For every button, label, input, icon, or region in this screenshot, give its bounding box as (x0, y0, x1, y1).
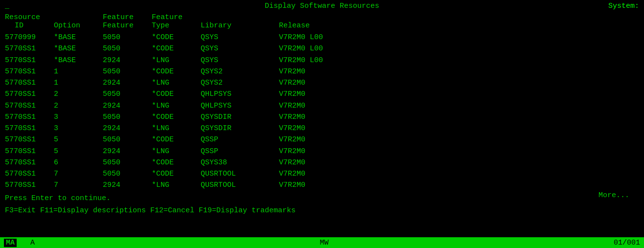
table-row: 5770SS1 *BASE 2924 *LNG QSYS V7R2M0 L00 (5, 55, 639, 66)
cell-release: V7R2M0 (279, 134, 367, 145)
cell-type: *LNG (152, 55, 201, 66)
cell-option: *BASE (54, 32, 103, 43)
cell-id: 5770SS1 (5, 180, 54, 191)
cell-type: *LNG (152, 123, 201, 134)
table-row: 5770SS1 5 5050 *CODE QSSP V7R2M0 (5, 134, 639, 145)
cell-feature: 5050 (103, 89, 152, 100)
cell-library: QSYSDIR (201, 123, 279, 134)
cell-library: QSYS2 (201, 66, 279, 77)
table-row: 5770SS1 2 5050 *CODE QHLPSYS V7R2M0 (5, 89, 639, 100)
cell-type: *CODE (152, 43, 201, 54)
cell-id: 5770SS1 (5, 157, 54, 168)
cell-feature: 2924 (103, 100, 152, 112)
resource-header: Resource (5, 13, 54, 22)
cell-library: QSYSDIR (201, 112, 279, 123)
cell-option: 3 (54, 112, 103, 123)
cell-type: *LNG (152, 146, 201, 157)
cell-release: V7R2M0 (279, 89, 367, 100)
cell-id: 5770SS1 (5, 43, 54, 54)
cell-release: V7R2M0 L00 (279, 43, 367, 54)
cell-option: 2 (54, 89, 103, 100)
cell-library: QUSRTOOL (201, 168, 279, 180)
cell-library: QSYS (201, 32, 279, 43)
cell-type: *CODE (152, 89, 201, 100)
type-sub-header: Type (152, 22, 201, 30)
cell-type: *CODE (152, 66, 201, 77)
cell-library: QUSRTOOL (201, 180, 279, 191)
cell-feature: 2924 (103, 55, 152, 66)
cell-release: V7R2M0 L00 (279, 55, 367, 66)
cell-feature: 2924 (103, 180, 152, 191)
cell-type: *LNG (152, 100, 201, 112)
table-row: 5770SS1 5 2924 *LNG QSSP V7R2M0 (5, 146, 639, 157)
cell-id: 5770SS1 (5, 134, 54, 145)
id-header: ID (5, 22, 54, 30)
screen: _ Display Software Resources System: Res… (0, 0, 644, 248)
status-bar: MA A MW 01/001 (0, 237, 644, 248)
cell-library: QSYS (201, 43, 279, 54)
cell-feature: 5050 (103, 43, 152, 54)
cell-type: *CODE (152, 32, 201, 43)
table-row: 5770SS1 7 5050 *CODE QUSRTOOL V7R2M0 (5, 168, 639, 180)
table-row: 5770SS1 7 2924 *LNG QUSRTOOL V7R2M0 (5, 180, 639, 191)
status-page: 01/001 (614, 239, 640, 247)
system-label: System: (608, 2, 639, 10)
cell-feature: 5050 (103, 112, 152, 123)
cell-id: 5770SS1 (5, 123, 54, 134)
cell-release: V7R2M0 (279, 100, 367, 112)
cell-feature: 2924 (103, 146, 152, 157)
cell-release: V7R2M0 (279, 180, 367, 191)
cell-library: QSYS38 (201, 157, 279, 168)
cell-feature: 5050 (103, 134, 152, 145)
cell-option: 7 (54, 180, 103, 191)
cell-type: *CODE (152, 112, 201, 123)
cell-option: 1 (54, 77, 103, 89)
function-keys: F3=Exit F11=Display descriptions F12=Can… (5, 206, 639, 215)
cell-feature: 5050 (103, 66, 152, 77)
table-row: 5770999 *BASE 5050 *CODE QSYS V7R2M0 L00 (5, 32, 639, 43)
library-header: Library (201, 22, 279, 30)
cell-feature: 5050 (103, 32, 152, 43)
table-row: 5770SS1 6 5050 *CODE QSYS38 V7R2M0 (5, 157, 639, 168)
cell-id: 5770SS1 (5, 112, 54, 123)
status-ma: MA (4, 239, 17, 247)
cell-feature: 2924 (103, 77, 152, 89)
table-row: 5770SS1 1 5050 *CODE QSYS2 V7R2M0 (5, 66, 639, 77)
cell-type: *LNG (152, 77, 201, 89)
status-mw: MW (320, 239, 329, 247)
more-label: More... (598, 191, 629, 200)
option-header: Option (54, 22, 103, 30)
cell-release: V7R2M0 (279, 157, 367, 168)
cell-id: 5770SS1 (5, 89, 54, 100)
cell-library: QSSP (201, 146, 279, 157)
table-row: 5770SS1 1 2924 *LNG QSYS2 V7R2M0 (5, 77, 639, 89)
cell-library: QSYS (201, 55, 279, 66)
table-row: 5770SS1 3 2924 *LNG QSYSDIR V7R2M0 (5, 123, 639, 134)
cell-release: V7R2M0 (279, 168, 367, 180)
cell-option: 5 (54, 134, 103, 145)
cell-library: QHLPSYS (201, 100, 279, 112)
cell-id: 5770SS1 (5, 55, 54, 66)
data-table: 5770999 *BASE 5050 *CODE QSYS V7R2M0 L00… (5, 32, 639, 191)
cell-id: 5770SS1 (5, 77, 54, 89)
table-row: 5770SS1 3 5050 *CODE QSYSDIR V7R2M0 (5, 112, 639, 123)
table-row: 5770SS1 *BASE 5050 *CODE QSYS V7R2M0 L00 (5, 43, 639, 54)
cell-id: 5770999 (5, 32, 54, 43)
minimize-icon: _ (5, 2, 9, 10)
cell-id: 5770SS1 (5, 100, 54, 112)
cell-release: V7R2M0 (279, 146, 367, 157)
cell-type: *CODE (152, 168, 201, 180)
cell-option: 2 (54, 100, 103, 112)
feature-sub-header: Feature (103, 22, 152, 30)
column-headers-row2: ID Option Feature Type Library Release (5, 22, 639, 30)
cell-release: V7R2M0 (279, 123, 367, 134)
cell-feature: 5050 (103, 168, 152, 180)
cell-id: 5770SS1 (5, 168, 54, 180)
release-header: Release (279, 22, 367, 30)
cell-library: QSSP (201, 134, 279, 145)
cell-type: *CODE (152, 134, 201, 145)
cell-library: QSYS2 (201, 77, 279, 89)
cell-option: *BASE (54, 43, 103, 54)
cell-release: V7R2M0 (279, 112, 367, 123)
option-header-spacer (54, 13, 103, 22)
